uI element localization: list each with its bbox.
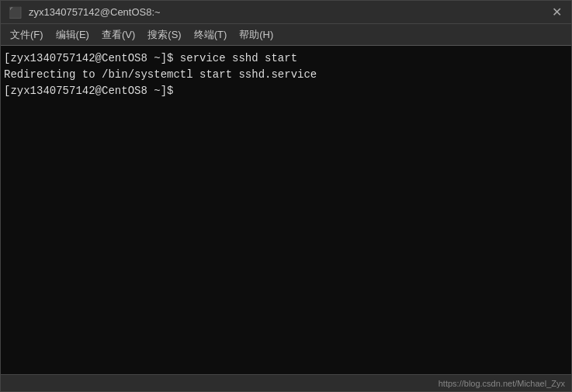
- menu-file[interactable]: 文件(F): [4, 25, 50, 45]
- menu-bar: 文件(F) 编辑(E) 查看(V) 搜索(S) 终端(T) 帮助(H): [1, 24, 571, 46]
- menu-help[interactable]: 帮助(H): [233, 25, 279, 45]
- terminal-line-3: [zyx1340757142@CentOS8 ~]$: [4, 83, 568, 99]
- menu-terminal[interactable]: 终端(T): [188, 25, 234, 45]
- terminal-icon: ⬛: [7, 5, 23, 20]
- window-title: zyx1340757142@CentOS8:~: [29, 6, 161, 18]
- terminal-line-1: [zyx1340757142@CentOS8 ~]$ service sshd …: [4, 50, 568, 67]
- terminal-window: ⬛ zyx1340757142@CentOS8:~ ✕ 文件(F) 编辑(E) …: [0, 0, 572, 392]
- title-bar-left: ⬛ zyx1340757142@CentOS8:~: [7, 5, 161, 20]
- status-bar: https://blog.csdn.net/Michael_Zyx: [1, 374, 571, 391]
- terminal-line-2: Redirecting to /bin/systemctl start sshd…: [4, 67, 568, 83]
- title-bar: ⬛ zyx1340757142@CentOS8:~ ✕: [1, 1, 571, 24]
- close-button[interactable]: ✕: [549, 3, 565, 21]
- terminal-body[interactable]: [zyx1340757142@CentOS8 ~]$ service sshd …: [1, 46, 571, 374]
- status-url: https://blog.csdn.net/Michael_Zyx: [439, 379, 565, 388]
- menu-view[interactable]: 查看(V): [95, 25, 141, 45]
- menu-edit[interactable]: 编辑(E): [50, 25, 95, 45]
- menu-search[interactable]: 搜索(S): [141, 25, 187, 45]
